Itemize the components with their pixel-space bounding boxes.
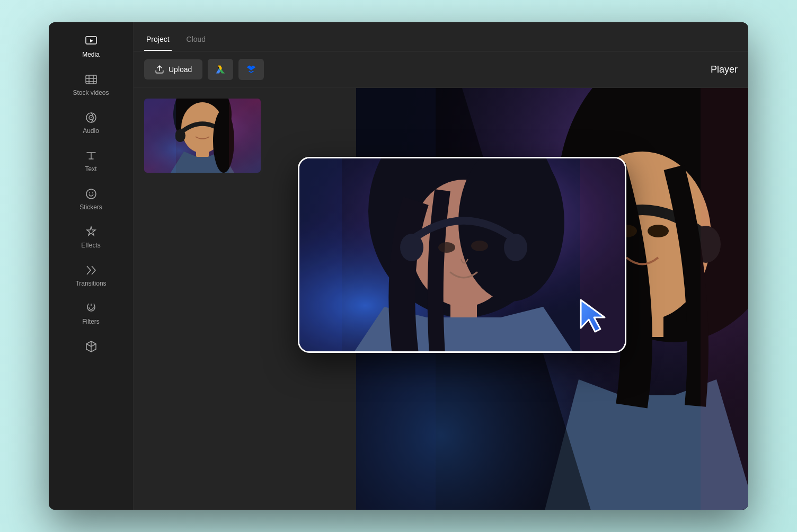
sidebar-item-audio[interactable]: Audio: [49, 104, 133, 142]
transitions-icon: [85, 264, 98, 277]
sidebar-item-transitions[interactable]: Transitions: [49, 256, 133, 295]
sidebar-item-text[interactable]: Text: [49, 142, 133, 180]
svg-point-12: [92, 192, 93, 193]
upload-button[interactable]: Upload: [144, 59, 202, 79]
sidebar-item-stock-videos-label: Stock videos: [73, 89, 109, 96]
tabs-bar: Project Cloud: [134, 22, 748, 51]
svg-point-22: [175, 129, 185, 142]
sidebar-item-3d[interactable]: [49, 333, 133, 363]
stock-videos-icon: [85, 73, 98, 86]
dropbox-button[interactable]: [238, 59, 264, 80]
sidebar-item-stickers[interactable]: Stickers: [49, 180, 133, 218]
sidebar-item-transitions-label: Transitions: [75, 280, 106, 287]
svg-rect-2: [86, 75, 96, 84]
sidebar-item-stickers-label: Stickers: [79, 203, 102, 211]
svg-rect-55: [299, 158, 626, 353]
upload-label: Upload: [169, 65, 192, 74]
card-content: [299, 158, 626, 353]
toolbar: Upload Player: [134, 51, 748, 88]
tab-cloud[interactable]: Cloud: [184, 31, 208, 51]
sidebar-item-media-label: Media: [82, 51, 100, 58]
player-label: Player: [711, 64, 738, 75]
sidebar-item-audio-label: Audio: [83, 127, 99, 135]
text-icon: [85, 149, 98, 162]
svg-rect-26: [144, 99, 176, 173]
cursor-arrow: [578, 297, 610, 336]
sidebar: Media Stock videos Audio: [49, 22, 134, 510]
svg-marker-56: [581, 300, 605, 332]
google-drive-icon: [215, 64, 226, 75]
media-icon: [85, 35, 98, 48]
sidebar-item-filters[interactable]: Filters: [49, 295, 133, 333]
google-drive-button[interactable]: [208, 59, 233, 80]
media-thumbnail[interactable]: [144, 99, 261, 173]
dropbox-icon: [246, 64, 256, 75]
app-window: Media Stock videos Audio: [49, 22, 748, 510]
sidebar-item-stock-videos[interactable]: Stock videos: [49, 66, 133, 104]
effects-icon: [85, 226, 98, 238]
svg-point-11: [89, 192, 90, 193]
svg-point-36: [648, 225, 669, 237]
floating-player-card: [298, 157, 626, 353]
sidebar-item-effects[interactable]: Effects: [49, 218, 133, 256]
tab-project[interactable]: Project: [144, 31, 172, 51]
media-area: [134, 88, 748, 510]
audio-icon: [85, 111, 98, 124]
stickers-icon: [85, 188, 98, 200]
svg-rect-37: [701, 88, 748, 510]
3d-icon: [85, 340, 98, 353]
sidebar-item-filters-label: Filters: [82, 318, 100, 325]
main-content: Project Cloud Upload: [134, 22, 748, 510]
upload-icon: [155, 65, 164, 74]
svg-rect-25: [229, 99, 261, 173]
sidebar-item-media[interactable]: Media: [49, 28, 133, 66]
sidebar-item-text-label: Text: [85, 165, 96, 173]
svg-marker-1: [90, 39, 93, 42]
svg-point-10: [86, 189, 96, 199]
sidebar-item-effects-label: Effects: [81, 242, 100, 249]
cursor-arrow-icon: [578, 297, 610, 334]
thumbnail-image: [144, 99, 261, 173]
filters-icon: [85, 302, 98, 315]
svg-point-9: [91, 117, 92, 118]
